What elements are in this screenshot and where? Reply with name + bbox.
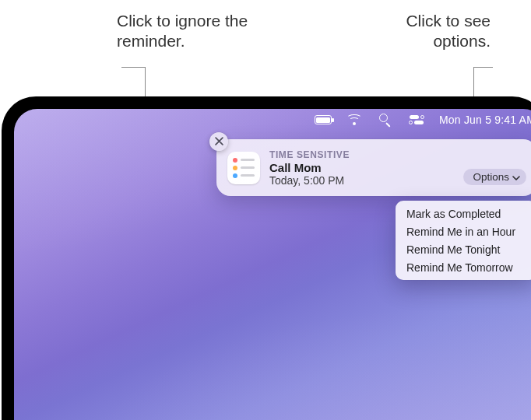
search-icon[interactable] bbox=[377, 114, 394, 126]
menu-item-remind-tomorrow[interactable]: Remind Me Tomorrow bbox=[396, 258, 531, 276]
menu-bar: Mon Jun 5 9:41 AM bbox=[14, 109, 531, 131]
close-notification-button[interactable] bbox=[209, 132, 228, 151]
callout-see-options: Click to see options. bbox=[366, 11, 491, 52]
options-button-label: Options bbox=[473, 171, 509, 183]
notification-subtitle: Today, 5:00 PM bbox=[269, 174, 454, 187]
reminders-app-icon bbox=[227, 152, 260, 184]
menubar-clock[interactable]: Mon Jun 5 9:41 AM bbox=[439, 114, 531, 126]
close-icon bbox=[215, 135, 223, 149]
wifi-icon[interactable] bbox=[346, 114, 363, 126]
notification-tag: TIME SENSITIVE bbox=[269, 149, 454, 160]
leader-line bbox=[121, 67, 145, 68]
battery-icon[interactable] bbox=[315, 114, 332, 126]
menu-item-mark-completed[interactable]: Mark as Completed bbox=[396, 205, 531, 222]
device-bezel: Mon Jun 5 9:41 AM TIME SENSITIVE Call Mo… bbox=[2, 96, 531, 420]
reminder-notification[interactable]: TIME SENSITIVE Call Mom Today, 5:00 PM O… bbox=[216, 139, 531, 196]
control-center-icon[interactable] bbox=[408, 114, 425, 126]
options-button[interactable]: Options bbox=[463, 169, 526, 185]
notification-title: Call Mom bbox=[269, 161, 454, 174]
leader-line bbox=[473, 67, 493, 68]
desktop-screen: Mon Jun 5 9:41 AM TIME SENSITIVE Call Mo… bbox=[14, 109, 531, 420]
menu-item-remind-hour[interactable]: Remind Me in an Hour bbox=[396, 222, 531, 240]
menu-item-remind-tonight[interactable]: Remind Me Tonight bbox=[396, 240, 531, 258]
callout-ignore-reminder: Click to ignore the reminder. bbox=[117, 11, 249, 52]
annotation-callouts: Click to ignore the reminder. Click to s… bbox=[0, 11, 531, 81]
options-menu: Mark as Completed Remind Me in an Hour R… bbox=[396, 201, 531, 280]
chevron-down-icon bbox=[512, 171, 520, 183]
notification-text: TIME SENSITIVE Call Mom Today, 5:00 PM bbox=[269, 149, 454, 187]
